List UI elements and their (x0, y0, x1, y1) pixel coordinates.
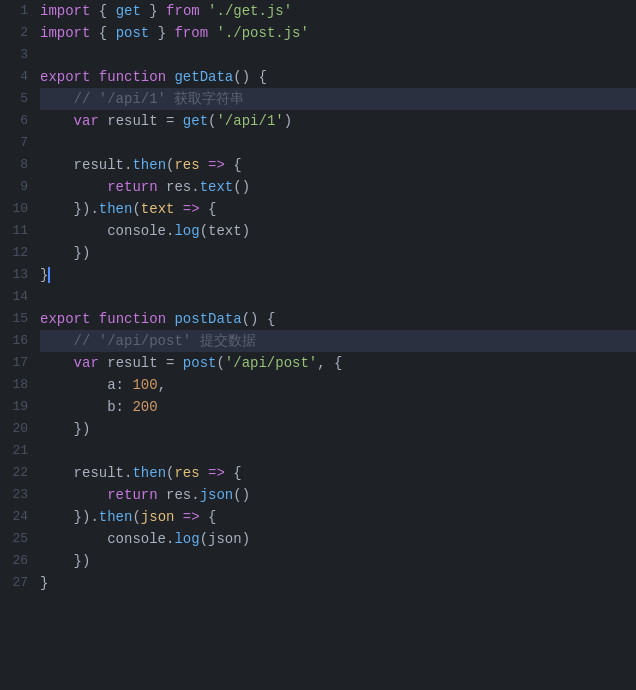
text-cursor (48, 267, 50, 283)
token-plain: ( (132, 506, 140, 528)
code-line: // '/api/1' 获取字符串 (40, 88, 636, 110)
code-content[interactable]: import { get } from './get.js'import { p… (36, 0, 636, 690)
token-plain: ( (166, 154, 174, 176)
token-plain (174, 506, 182, 528)
token-cm: // '/api/1' (40, 88, 166, 110)
code-line: } (40, 264, 636, 286)
token-plain: () { (233, 66, 267, 88)
token-arrow: => (208, 462, 225, 484)
token-plain (166, 66, 174, 88)
token-plain: ( (216, 352, 224, 374)
code-line: }) (40, 550, 636, 572)
token-fn: then (99, 506, 133, 528)
token-fn: postData (174, 308, 241, 330)
token-fn: log (174, 528, 199, 550)
token-str: './post.js' (216, 22, 308, 44)
token-plain (208, 22, 216, 44)
code-line: // '/api/post' 提交数据 (40, 330, 636, 352)
token-arrow: => (208, 154, 225, 176)
token-fn: then (132, 154, 166, 176)
token-fn: text (200, 176, 234, 198)
token-kw: from (174, 22, 208, 44)
token-fn: json (200, 484, 234, 506)
token-plain: { (200, 506, 217, 528)
token-plain: (text) (200, 220, 250, 242)
line-number: 24 (0, 506, 28, 528)
code-editor: 1234567891011121314151617181920212223242… (0, 0, 636, 690)
line-number: 25 (0, 528, 28, 550)
line-number: 6 (0, 110, 28, 132)
code-line: } (40, 572, 636, 594)
token-plain (40, 110, 74, 132)
line-number: 11 (0, 220, 28, 242)
line-number: 15 (0, 308, 28, 330)
code-line (40, 286, 636, 308)
code-line: return res.json() (40, 484, 636, 506)
token-plain: } (40, 572, 48, 594)
code-line: export function getData() { (40, 66, 636, 88)
token-cm-cn: 提交数据 (191, 330, 255, 352)
code-line: }) (40, 242, 636, 264)
line-number: 20 (0, 418, 28, 440)
token-plain: (json) (200, 528, 250, 550)
token-plain: res. (158, 484, 200, 506)
token-plain: console. (40, 528, 174, 550)
token-plain (174, 198, 182, 220)
token-plain: result = (99, 352, 183, 374)
token-plain: result. (40, 154, 132, 176)
token-str: '/api/1' (216, 110, 283, 132)
token-plain (200, 462, 208, 484)
token-plain: ) (284, 110, 292, 132)
token-cm-cn: 获取字符串 (166, 88, 244, 110)
token-str: './get.js' (208, 0, 292, 22)
token-plain: a: (40, 374, 132, 396)
line-number: 13 (0, 264, 28, 286)
line-number: 4 (0, 66, 28, 88)
token-plain (200, 154, 208, 176)
token-plain: ( (132, 198, 140, 220)
token-kw: var (74, 110, 99, 132)
line-number: 18 (0, 374, 28, 396)
token-num: 200 (132, 396, 157, 418)
token-kw: function (99, 308, 166, 330)
line-number: 3 (0, 44, 28, 66)
code-line: }).then(json => { (40, 506, 636, 528)
line-number: 10 (0, 198, 28, 220)
token-fn: post (116, 22, 150, 44)
line-number: 27 (0, 572, 28, 594)
line-number: 26 (0, 550, 28, 572)
line-number: 22 (0, 462, 28, 484)
code-line (40, 44, 636, 66)
token-param: text (141, 198, 175, 220)
token-plain (90, 66, 98, 88)
token-plain: }). (40, 198, 99, 220)
line-number: 17 (0, 352, 28, 374)
line-number: 9 (0, 176, 28, 198)
token-plain (166, 308, 174, 330)
token-plain: res. (158, 176, 200, 198)
token-plain (40, 484, 107, 506)
token-kw: from (166, 0, 200, 22)
token-plain: { (225, 154, 242, 176)
token-plain (40, 176, 107, 198)
line-number: 2 (0, 22, 28, 44)
code-line: b: 200 (40, 396, 636, 418)
token-kw: return (107, 176, 157, 198)
token-plain: () { (242, 308, 276, 330)
token-param: res (174, 154, 199, 176)
token-plain: } (141, 0, 166, 22)
token-plain: { (90, 0, 115, 22)
token-plain: b: (40, 396, 132, 418)
token-plain: result = (99, 110, 183, 132)
token-plain: { (200, 198, 217, 220)
code-line: var result = post('/api/post', { (40, 352, 636, 374)
token-kw: export (40, 308, 90, 330)
token-plain: }). (40, 506, 99, 528)
token-param: json (141, 506, 175, 528)
token-plain: }) (40, 418, 90, 440)
token-arrow: => (183, 198, 200, 220)
token-plain: , { (317, 352, 342, 374)
line-number: 7 (0, 132, 28, 154)
code-line: export function postData() { (40, 308, 636, 330)
token-plain: result. (40, 462, 132, 484)
